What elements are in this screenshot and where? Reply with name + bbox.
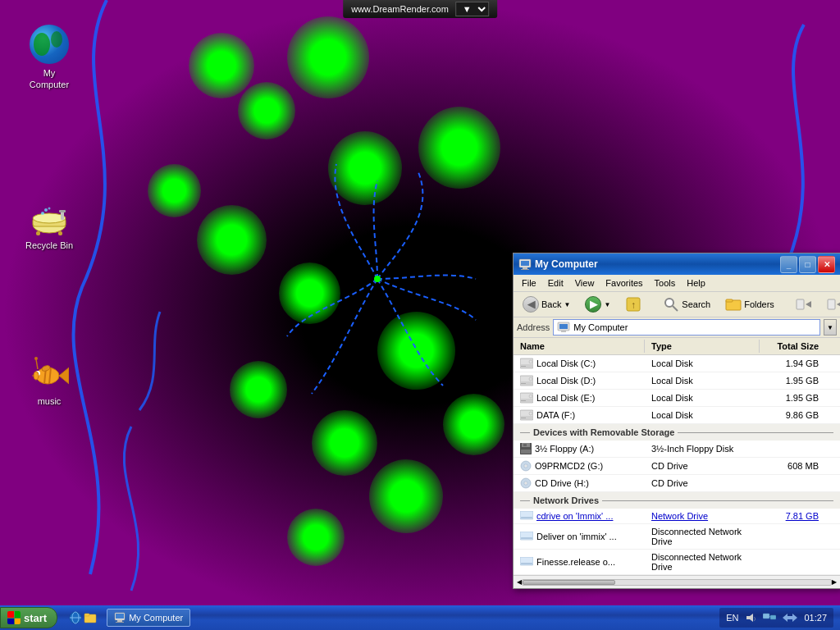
window-titlebar: My Computer _ □ ✕ [514,253,840,275]
menu-help[interactable]: Help [682,276,710,290]
drive-c-size: 1.94 GB [760,358,825,369]
search-label: Search [682,299,710,309]
drive-f-size: 9.86 GB [760,409,825,421]
back-button[interactable]: ◀ Back ▼ [517,294,576,315]
minimize-button[interactable]: _ [780,256,797,273]
table-row[interactable]: cdrive on 'Immix' ... Network Drive 7.81… [514,509,840,524]
recycle-bin-svg [30,197,69,236]
net-cdrive-name: cdrive on 'Immix' ... [514,510,645,522]
my-computer-icon[interactable]: My Computer [16,25,82,91]
col-size[interactable]: Total Size [760,340,825,353]
folder-icon[interactable] [84,611,97,624]
back-label: Back [541,299,561,309]
table-row[interactable]: Local Disk (D:) Local Disk 1.95 GB [514,372,840,390]
titlebar-buttons: _ □ ✕ [780,256,835,273]
svg-rect-82 [763,614,769,619]
my-computer-label: My Computer [30,67,69,91]
blob [312,410,377,476]
drive-d-icon [520,375,533,386]
network-tray-icon[interactable] [763,612,776,623]
menu-edit[interactable]: Edit [543,276,568,290]
search-icon [663,296,679,313]
net-deliver-name: Deliver on 'immix' ... [514,531,645,542]
table-row[interactable]: Finesse.release o... Disconnected Networ… [514,550,840,575]
svg-marker-12 [59,368,69,384]
svg-point-10 [48,208,51,210]
table-row[interactable]: O9PRMCD2 (G:) CD Drive 608 MB [514,458,840,475]
menu-file[interactable]: File [517,276,541,290]
forward-arrow-icon: ▶ [585,296,601,313]
copy-icon [827,296,840,313]
cd-g-size: 608 MB [760,460,825,472]
drive-f-name: DATA (F:) [514,409,645,422]
move-icon [796,296,812,313]
horizontal-scrollbar[interactable]: ◀ ▶ [514,575,840,588]
address-input[interactable]: My Computer [553,319,820,336]
move-to-button[interactable] [790,294,818,315]
nav-arrows-icon[interactable] [783,612,797,623]
blob [230,361,287,418]
table-row[interactable]: CD Drive (H:) CD Drive [514,475,840,492]
svg-rect-31 [726,299,733,302]
music-icon[interactable]: music [16,353,82,407]
drive-d-size: 1.95 GB [760,375,825,386]
scroll-right-button[interactable]: ▶ [832,578,837,586]
svg-rect-75 [84,614,89,616]
ie-icon[interactable] [69,611,82,624]
svg-rect-42 [521,366,526,367]
svg-rect-70 [521,563,532,564]
table-row[interactable]: Deliver on 'immix' ... Disconnected Netw… [514,524,840,550]
table-row[interactable]: 3½ Floppy (A:) 3½-Inch Floppy Disk [514,441,840,458]
menu-view[interactable]: View [570,276,600,290]
menu-tools[interactable]: Tools [650,276,681,290]
scrollbar-track[interactable] [522,579,832,586]
file-list: Name Type Total Size Local Disk (C:) Loc… [514,338,840,588]
svg-rect-7 [59,210,66,212]
net-finesse-size [760,561,825,563]
taskbar-mycomputer[interactable]: My Computer [107,609,190,627]
toolbar: ◀ Back ▼ ▶ ▼ ↑ [514,292,840,317]
maximize-button[interactable]: □ [799,256,816,273]
close-button[interactable]: ✕ [818,256,835,273]
col-name[interactable]: Name [514,340,645,353]
up-button[interactable]: ↑ [619,294,647,315]
copy-to-button[interactable] [821,294,840,315]
table-row[interactable]: Local Disk (E:) Local Disk 1.95 GB [514,390,840,407]
svg-point-20 [34,372,39,380]
svg-marker-35 [837,301,840,308]
windows-logo-icon [7,611,21,624]
quicklaunch-area [62,609,103,627]
search-button[interactable]: Search [657,294,716,315]
recycle-bin-label: Recycle Bin [25,240,73,251]
drive-e-name: Local Disk (E:) [514,391,645,404]
drive-e-icon [520,392,533,404]
table-row[interactable]: DATA (F:) Local Disk 9.86 GB [514,407,840,424]
forward-dropdown-icon: ▼ [604,301,610,308]
forward-button[interactable]: ▶ ▼ [579,294,616,315]
top-bar-dropdown[interactable]: ▼ [455,2,489,16]
music-icon-img [30,353,69,392]
address-dropdown[interactable]: ▼ [824,319,837,336]
scrollbar-thumb[interactable] [523,580,615,585]
window-title: My Computer [535,258,598,270]
blob [328,131,402,205]
speaker-icon[interactable]: ) [745,612,756,623]
drive-c-name: Local Disk (C:) [514,357,645,370]
recycle-bin-icon[interactable]: Recycle Bin [16,197,82,251]
desktop: My Computer Recycle Bin [0,0,840,630]
titlebar-left: My Computer [518,258,598,271]
svg-point-18 [34,357,38,360]
svg-point-9 [41,212,44,215]
menu-favorites[interactable]: Favorites [600,276,647,290]
svg-rect-6 [61,212,64,220]
svg-point-64 [525,482,527,484]
address-label: Address [517,322,550,332]
floppy-icon [520,443,532,454]
col-type[interactable]: Type [645,340,760,353]
start-label: start [24,612,47,624]
table-row[interactable]: Local Disk (C:) Local Disk 1.94 GB [514,355,840,372]
list-header: Name Type Total Size [514,338,840,355]
folders-button[interactable]: Folders [719,294,780,315]
start-button[interactable]: start [0,607,57,628]
net-deliver-type: Disconnected Network Drive [645,526,760,547]
